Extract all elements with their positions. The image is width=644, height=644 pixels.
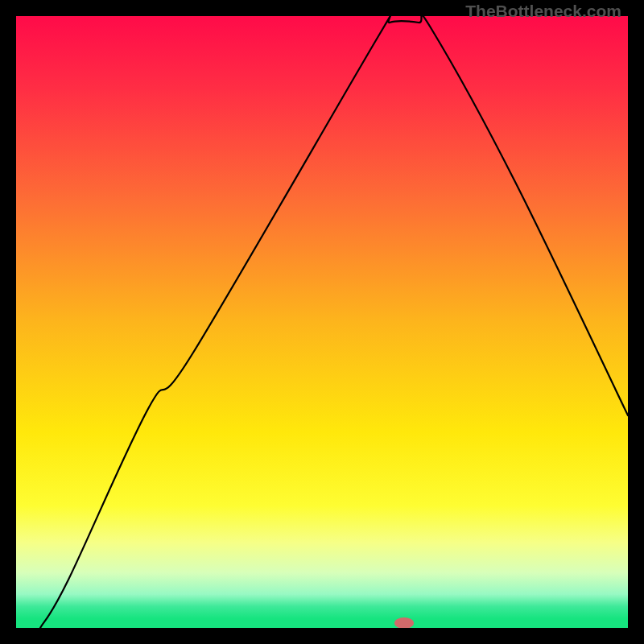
chart-background (16, 16, 628, 628)
chart-svg (16, 16, 628, 628)
attribution-text: TheBottleneck.com (465, 2, 621, 21)
chart-area (16, 16, 628, 628)
